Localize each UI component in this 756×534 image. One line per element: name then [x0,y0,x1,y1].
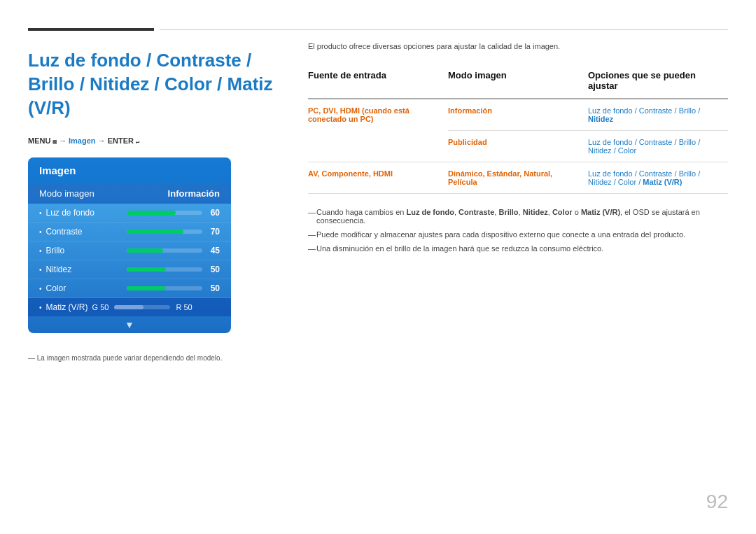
osd-matiz-fill [114,305,144,309]
osd-modo-value: Información [168,188,220,199]
osd-luz-fondo: • Luz de fondo 60 [28,204,231,223]
menu-navigation: MENU ▦ → Imagen → ENTER ↵ [28,136,294,145]
osd-panel: Imagen Modo imagen Información • Luz de … [28,157,231,333]
osd-dot-5: • [39,285,42,293]
osd-dot-2: • [39,228,42,236]
nav-arrow-1: → [59,136,69,145]
osd-modo-imagen: Modo imagen Información [28,183,231,204]
osd-brillo-label: Brillo [46,246,122,255]
top-decorative-lines [28,28,728,31]
note-1-bold: Luz de fondo [406,208,454,216]
osd-slider-4 [127,267,202,272]
notes-section: Cuando haga cambios en Luz de fondo, Con… [308,208,728,253]
enter-label: ENTER [108,136,134,145]
osd-slider-1 [127,211,202,215]
options-2: Luz de fondo / Contraste / Brillo / Niti… [588,131,728,162]
osd-brillo: • Brillo 45 [28,241,231,260]
osd-dot-3: • [39,247,42,255]
col-header-mode: Modo imagen [448,64,588,99]
osd-contraste: • Contraste 70 [28,223,231,241]
col-header-options-text: Opciones que se puedenajustar [588,70,696,91]
page-title: Luz de fondo / Contraste / Brillo / Niti… [28,49,294,120]
nav-arrow-2: → [98,136,108,145]
osd-fill-5 [127,286,166,290]
input-pc: PC, DVI, HDMI (cuando está conectado un … [308,99,448,162]
image-note: — La imagen mostrada puede variar depend… [28,354,294,362]
imagen-nav: Imagen [69,136,96,145]
input-av: AV, Componente, HDMI [308,162,448,194]
osd-contraste-label: Contraste [46,227,122,237]
page-number: 92 [706,491,728,513]
menu-label: MENU [28,136,50,145]
note-3: Una disminución en el brillo de la image… [308,244,728,253]
right-column: El producto ofrece diversas opciones par… [308,42,728,258]
osd-slider-5 [127,286,202,290]
osd-fill-1 [127,211,176,215]
osd-fill-3 [127,248,163,253]
osd-val-2: 70 [211,227,220,237]
mode-dinamico: Dinámico, Estándar, Natural, Película [448,162,588,194]
osd-matiz-slider [114,305,170,309]
table-row: AV, Componente, HDMI Dinámico, Estándar,… [308,162,728,194]
options-3: Luz de fondo / Contraste / Brillo / Niti… [588,162,728,194]
col-header-options: Opciones que se puedenajustar [588,64,728,99]
osd-matiz-g: G 50 [92,303,109,311]
osd-dot-4: • [39,266,42,274]
top-line-dark [28,28,154,31]
osd-modo-label: Modo imagen [39,188,168,199]
mode-publicidad: Publicidad [448,131,588,162]
osd-val-4: 50 [211,265,220,274]
note-1: Cuando haga cambios en Luz de fondo, Con… [308,208,728,225]
osd-slider-2 [127,230,202,234]
osd-matiz: • Matiz (V/R) G 50 R 50 [28,298,231,316]
osd-nitidez: • Nitidez 50 [28,260,231,279]
osd-val-1: 60 [211,208,220,218]
osd-val-3: 45 [211,246,220,255]
table-row: PC, DVI, HDMI (cuando está conectado un … [308,99,728,131]
osd-fill-2 [127,230,183,234]
osd-color-label: Color [46,283,122,293]
info-table: Fuente de entrada Modo imagen Opciones q… [308,64,728,194]
osd-color: • Color 50 [28,279,231,298]
osd-scroll-down: ▼ [28,316,231,333]
osd-matiz-label: Matiz (V/R) [46,302,88,312]
osd-slider-3 [127,248,202,253]
osd-nitidez-label: Nitidez [46,265,122,274]
options-1: Luz de fondo / Contraste / Brillo / Niti… [588,99,728,131]
col-header-input: Fuente de entrada [308,64,448,99]
osd-luz-label: Luz de fondo [46,208,122,218]
osd-val-5: 50 [211,283,220,293]
image-note-dash: — [28,354,37,362]
osd-dot-6: • [39,304,42,311]
top-line-light [160,29,728,30]
image-note-text: La imagen mostrada puede variar dependie… [37,354,223,362]
osd-matiz-r: R 50 [176,303,192,311]
mode-informacion: Información [448,99,588,131]
intro-text: El producto ofrece diversas opciones par… [308,42,728,50]
osd-fill-4 [127,267,166,272]
note-2: Puede modificar y almacenar ajustes para… [308,230,728,239]
osd-header: Imagen [28,157,231,183]
osd-dot-1: • [39,209,42,217]
left-column: Luz de fondo / Contraste / Brillo / Niti… [28,42,294,362]
